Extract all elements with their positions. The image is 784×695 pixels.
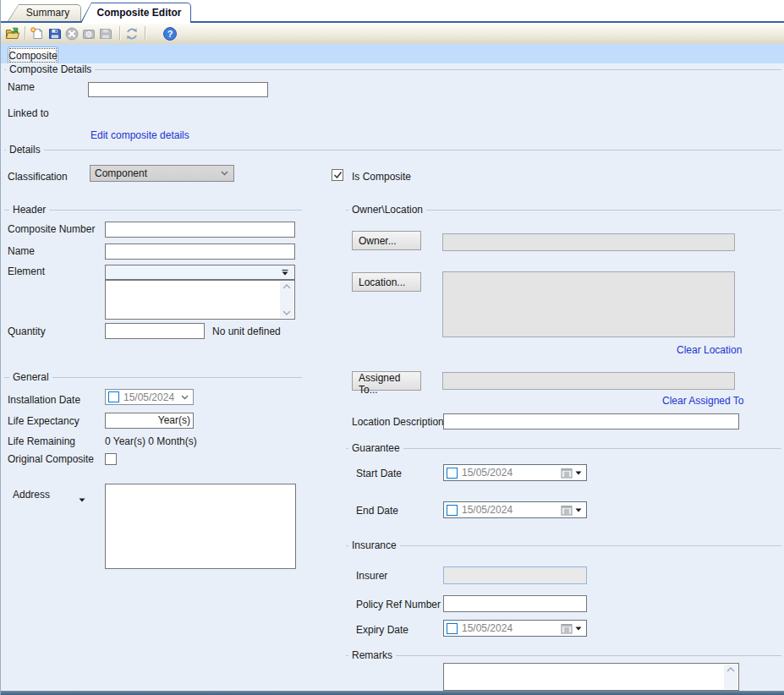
dropdown-triangle-icon	[575, 471, 582, 475]
clear-location-link[interactable]: Clear Location	[677, 344, 742, 356]
cancel-button[interactable]	[63, 25, 80, 42]
owner-location-group-title: Owner\Location	[348, 204, 426, 216]
policy-ref-number-label: Policy Ref Number	[356, 599, 441, 610]
scroll-up-icon[interactable]	[282, 284, 291, 289]
toolbar-separator	[119, 26, 120, 41]
tab-composite-editor[interactable]: Composite Editor	[80, 3, 191, 23]
quantity-label: Quantity	[8, 326, 46, 337]
toolbar: ?	[1, 23, 784, 45]
end-date-value: 15/05/2024	[462, 504, 513, 516]
help-button[interactable]: ?	[162, 25, 178, 42]
subtab-composite-label: Composite	[8, 50, 57, 62]
clear-assigned-to-link[interactable]: Clear Assigned To	[662, 395, 744, 407]
end-date-picker[interactable]: 15/05/2024	[443, 501, 587, 518]
new-button[interactable]	[29, 25, 46, 42]
composite-editor-window: Summary Composite Editor	[0, 0, 784, 695]
start-date-label: Start Date	[356, 468, 402, 479]
header-group-title: Header	[9, 204, 49, 216]
remarks-scrollbar[interactable]	[724, 665, 737, 689]
owner-button[interactable]: Owner...	[352, 231, 421, 250]
scroll-up-icon[interactable]	[726, 667, 735, 672]
element-combobox[interactable]	[105, 265, 295, 280]
calendar-icon	[561, 623, 573, 634]
remarks-group-title: Remarks	[348, 649, 396, 661]
guarantee-group-title: Guarantee	[348, 442, 403, 454]
tab-summary-label: Summary	[26, 7, 69, 19]
quantity-field[interactable]	[105, 323, 205, 339]
address-textarea[interactable]	[105, 484, 296, 569]
insurance-group-line	[346, 545, 781, 546]
export-icon	[5, 26, 20, 41]
insurer-field[interactable]	[443, 566, 587, 584]
new-document-icon	[30, 26, 45, 41]
installation-date-label: Installation Date	[8, 394, 80, 406]
life-remaining-label: Life Remaining	[8, 435, 75, 447]
address-label: Address	[13, 489, 50, 501]
end-date-label: End Date	[356, 505, 398, 517]
name-field[interactable]	[88, 82, 268, 97]
is-composite-checkbox[interactable]	[332, 169, 343, 181]
toolbar-separator	[145, 26, 145, 41]
classification-select[interactable]: Component	[90, 165, 234, 182]
location-description-field[interactable]	[443, 413, 739, 430]
save-as-button[interactable]	[97, 25, 114, 42]
linked-to-label: Linked to	[8, 107, 49, 119]
element-label: Element	[8, 265, 45, 277]
end-date-checkbox[interactable]	[447, 505, 458, 516]
life-remaining-value: 0 Year(s) 0 Month(s)	[105, 435, 197, 447]
expiry-date-picker[interactable]: 15/05/2024	[443, 620, 587, 637]
life-expectancy-label: Life Expectancy	[8, 415, 79, 427]
window-bottom-border	[1, 691, 784, 695]
refresh-button[interactable]	[123, 25, 140, 42]
details-group-title: Details	[6, 144, 44, 156]
no-unit-defined-label: No unit defined	[212, 326, 281, 337]
classification-value: Component	[95, 167, 221, 179]
composite-number-field[interactable]	[105, 222, 295, 238]
installation-date-checkbox[interactable]	[108, 391, 119, 402]
life-expectancy-field[interactable]: Year(s)	[105, 413, 194, 429]
remarks-group-line	[346, 655, 781, 656]
dropdown-triangle-icon	[575, 627, 582, 631]
remarks-textarea[interactable]	[443, 663, 739, 691]
tab-summary[interactable]: Summary	[8, 4, 81, 21]
composite-number-label: Composite Number	[8, 223, 95, 235]
edit-composite-details-link[interactable]: Edit composite details	[90, 129, 189, 141]
start-date-checkbox[interactable]	[447, 468, 458, 479]
snapshot-button[interactable]	[80, 25, 97, 42]
calendar-icon	[561, 505, 573, 516]
classification-label: Classification	[8, 171, 68, 183]
save-as-icon	[98, 26, 113, 41]
guarantee-group-line	[346, 448, 781, 449]
toolbar-separator	[25, 26, 25, 41]
dropdown-triangle-icon	[79, 498, 85, 502]
details-group-line	[4, 150, 781, 150]
insurer-label: Insurer	[356, 570, 387, 582]
installation-date-picker[interactable]: 15/05/2024	[105, 389, 194, 405]
original-composite-checkbox[interactable]	[105, 453, 117, 465]
dropdown-icon	[281, 269, 289, 276]
policy-ref-number-field[interactable]	[443, 595, 587, 612]
location-button[interactable]: Location...	[352, 272, 421, 292]
location-box	[442, 271, 735, 337]
assigned-to-button[interactable]: Assigned To...	[352, 371, 421, 391]
calendar-icon	[561, 468, 573, 479]
subtab-composite[interactable]: Composite	[8, 47, 58, 64]
export-button[interactable]	[4, 25, 21, 42]
header-name-label: Name	[8, 245, 35, 257]
name-label: Name	[8, 81, 35, 93]
save-button[interactable]	[47, 25, 63, 42]
address-dropdown-button[interactable]	[79, 493, 85, 505]
installation-date-value: 15/05/2024	[123, 391, 174, 403]
help-icon: ?	[162, 26, 178, 41]
chevron-down-icon	[181, 395, 189, 400]
expiry-date-label: Expiry Date	[356, 624, 408, 636]
start-date-picker[interactable]: 15/05/2024	[443, 464, 587, 481]
element-listbox[interactable]	[105, 280, 295, 320]
assigned-to-field	[442, 372, 735, 390]
original-composite-label: Original Composite	[8, 453, 94, 465]
scroll-down-icon[interactable]	[282, 310, 291, 315]
expiry-date-checkbox[interactable]	[447, 623, 458, 634]
header-name-field[interactable]	[105, 244, 295, 260]
element-listbox-scrollbar[interactable]	[280, 282, 293, 318]
composite-details-group-line	[4, 69, 781, 70]
